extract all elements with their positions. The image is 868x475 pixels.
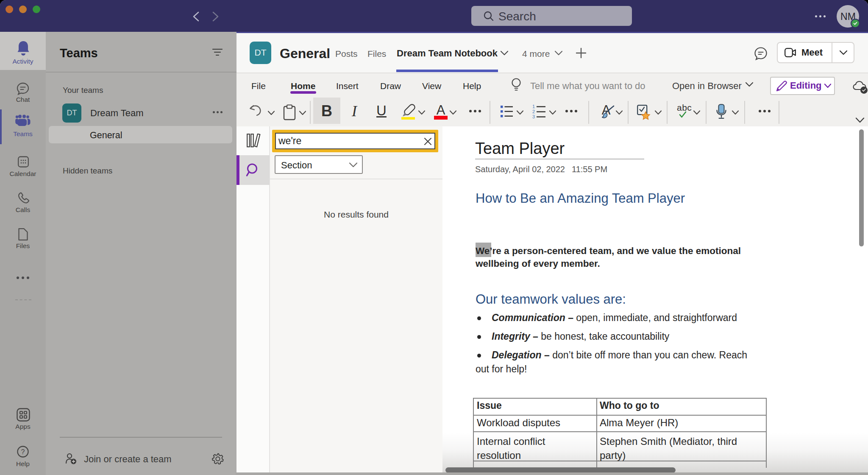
svg-text:1: 1 [532,104,535,109]
svg-text:2: 2 [532,109,535,114]
svg-text:3: 3 [532,114,535,119]
svg-text:?: ? [21,448,25,455]
